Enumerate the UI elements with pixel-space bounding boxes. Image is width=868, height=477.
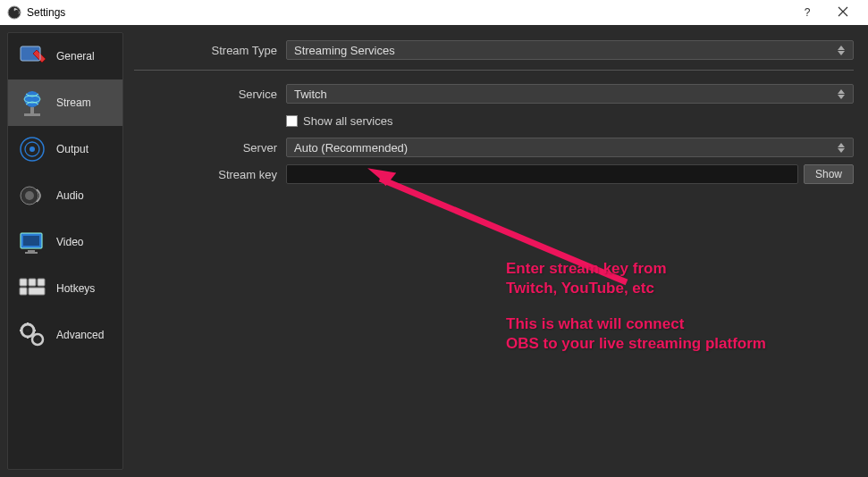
svg-point-24: [37, 339, 39, 341]
svg-point-9: [29, 146, 35, 152]
annotation-line: OBS to your live streaming platform: [506, 334, 766, 354]
annotation-text: Enter stream key from Twitch, YouTube, e…: [506, 259, 766, 354]
service-label: Service: [134, 88, 286, 101]
show-all-services-checkbox[interactable]: Show all services: [286, 114, 392, 128]
sidebar-item-audio[interactable]: Audio: [8, 172, 122, 219]
show-button-label: Show: [815, 168, 842, 180]
hotkeys-icon: [17, 273, 47, 304]
server-select[interactable]: Auto (Recommended): [286, 138, 854, 157]
sidebar-item-label: Output: [56, 143, 88, 155]
svg-rect-13: [23, 236, 39, 246]
annotation-line: Twitch, YouTube, etc: [506, 279, 766, 298]
obs-app-icon: [7, 5, 21, 20]
settings-main: Stream Type Streaming Services Service T…: [131, 32, 861, 470]
output-icon: [17, 134, 47, 164]
sidebar-item-stream[interactable]: Stream: [8, 80, 122, 126]
sidebar-item-label: General: [56, 50, 95, 63]
svg-rect-14: [28, 250, 35, 252]
svg-rect-5: [30, 107, 34, 114]
server-value: Auto (Recommended): [294, 141, 408, 155]
svg-rect-6: [24, 113, 40, 116]
server-label: Server: [134, 141, 286, 155]
video-icon: [17, 227, 47, 257]
sidebar-item-label: Video: [56, 236, 83, 248]
stream-key-input[interactable]: [286, 164, 798, 184]
show-all-label: Show all services: [303, 114, 392, 128]
separator: [134, 70, 854, 71]
stream-icon: [17, 88, 47, 118]
advanced-icon: [17, 320, 47, 350]
general-icon: [17, 41, 47, 71]
dropdown-arrows-icon: [833, 85, 849, 103]
annotation-line: Enter stream key from: [506, 259, 766, 279]
show-button[interactable]: Show: [804, 164, 854, 184]
titlebar: Settings ?: [0, 0, 868, 25]
annotation-line: This is what will connect: [506, 314, 766, 334]
svg-rect-18: [38, 279, 45, 286]
dropdown-arrows-icon: [833, 41, 849, 59]
stream-type-value: Streaming Services: [294, 44, 395, 57]
help-icon: ?: [805, 6, 811, 19]
help-button[interactable]: ?: [789, 0, 825, 25]
svg-point-11: [25, 191, 34, 200]
sidebar-item-label: Advanced: [56, 329, 104, 341]
stream-key-label: Stream key: [134, 168, 286, 181]
settings-sidebar: General Stream: [7, 32, 123, 470]
audio-icon: [17, 180, 47, 211]
sidebar-item-general[interactable]: General: [8, 33, 122, 80]
service-select[interactable]: Twitch: [286, 84, 854, 104]
svg-rect-19: [20, 288, 27, 295]
checkbox-icon: [286, 115, 298, 127]
sidebar-item-label: Audio: [56, 189, 84, 202]
dropdown-arrows-icon: [833, 138, 849, 156]
sidebar-item-advanced[interactable]: Advanced: [8, 312, 122, 358]
window-title: Settings: [27, 6, 789, 19]
service-value: Twitch: [294, 88, 327, 101]
sidebar-item-label: Hotkeys: [56, 282, 95, 295]
sidebar-item-video[interactable]: Video: [8, 219, 122, 265]
sidebar-item-hotkeys[interactable]: Hotkeys: [8, 265, 122, 312]
sidebar-item-label: Stream: [56, 96, 91, 109]
svg-point-22: [26, 329, 29, 332]
stream-type-select[interactable]: Streaming Services: [286, 40, 854, 60]
svg-rect-15: [25, 252, 38, 254]
svg-rect-17: [29, 279, 36, 286]
svg-rect-20: [29, 288, 45, 295]
stream-type-label: Stream Type: [134, 44, 286, 57]
svg-rect-16: [20, 279, 27, 286]
close-button[interactable]: [825, 0, 861, 25]
svg-point-3: [24, 91, 40, 107]
sidebar-item-output[interactable]: Output: [8, 126, 122, 172]
close-icon: [838, 6, 848, 20]
